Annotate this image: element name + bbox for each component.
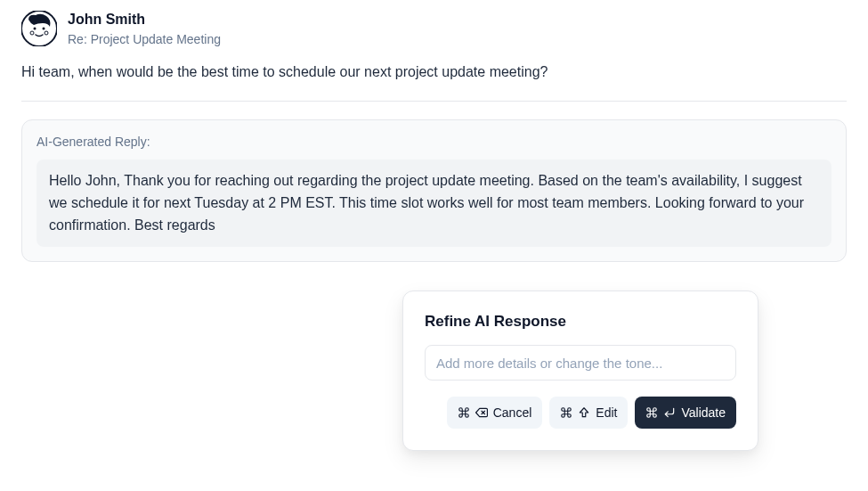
cancel-button[interactable]: Cancel [447, 397, 543, 429]
edit-button-label: Edit [596, 405, 617, 420]
email-body: Hi team, when would be the best time to … [21, 61, 847, 83]
command-icon [645, 406, 658, 419]
command-icon [458, 406, 470, 419]
cancel-button-label: Cancel [493, 405, 532, 420]
edit-button[interactable]: Edit [549, 397, 628, 429]
validate-button-label: Validate [681, 405, 726, 420]
delete-icon [475, 406, 488, 419]
command-icon [560, 406, 572, 419]
svg-point-1 [34, 28, 37, 30]
divider [21, 101, 847, 102]
email-header: John Smith Re: Project Update Meeting [21, 11, 847, 47]
email-subject: Re: Project Update Meeting [68, 31, 221, 47]
validate-button[interactable]: Validate [635, 397, 736, 429]
popover-title: Refine AI Response [425, 313, 736, 331]
popover-actions: Cancel Edit Validate [425, 397, 736, 429]
refine-input[interactable] [425, 345, 736, 381]
sender-avatar [21, 11, 57, 46]
ai-reply-content: Hello John, Thank you for reaching out r… [37, 160, 831, 247]
ai-reply-label: AI-Generated Reply: [37, 135, 831, 149]
ai-reply-card: AI-Generated Reply: Hello John, Thank yo… [21, 119, 847, 262]
enter-icon [663, 406, 676, 419]
sender-name: John Smith [68, 11, 221, 29]
shift-icon [578, 406, 590, 419]
refine-popover: Refine AI Response Cancel Edit [402, 291, 758, 451]
sender-info: John Smith Re: Project Update Meeting [68, 11, 221, 47]
svg-point-2 [43, 28, 45, 30]
